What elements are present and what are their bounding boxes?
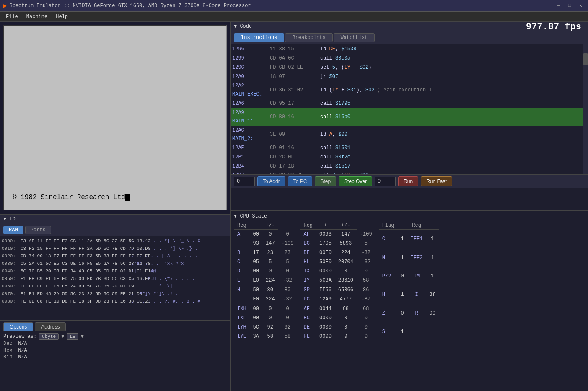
menubar: File Machine Help bbox=[0, 12, 588, 22]
pair-reg-row: HL50E020704-32 bbox=[300, 257, 375, 267]
options-button[interactable]: Options bbox=[3, 322, 33, 331]
alt-reg-row: DE'000000 bbox=[300, 323, 375, 332]
pair-reg-row: IY5C3A2361058 bbox=[300, 276, 375, 285]
preview-type-dropdown[interactable]: ubyte bbox=[39, 333, 59, 340]
pair-col-plusminus: +/- bbox=[335, 222, 357, 230]
minimize-button[interactable]: — bbox=[554, 2, 562, 9]
menu-machine[interactable]: Machine bbox=[22, 13, 52, 21]
main-reg-row: C0555 bbox=[234, 257, 297, 267]
to-pc-button[interactable]: To PC bbox=[288, 176, 313, 186]
right-panel: ▼ Code Instructions Breakpoints WatchLis… bbox=[231, 22, 588, 391]
flag-col-flag: Flag bbox=[379, 222, 398, 230]
code-row[interactable]: 12B7 FD CB 00 7E bit 7, (IY + $00) bbox=[231, 171, 588, 174]
io-row: 0040:5C 7C B5 20 03 FD 34 40 C5 D5 CD BF… bbox=[2, 267, 228, 275]
io-row: 0050:F1 FB C9 E1 6E FD 75 00 ED 7B 3D 5C… bbox=[2, 275, 228, 282]
code-row[interactable]: 1299 CD 0A 0C call $0c0a bbox=[231, 54, 588, 63]
io-tabs: RAM Ports bbox=[0, 224, 230, 236]
flag-row: Z0R00 bbox=[379, 304, 439, 322]
ix-reg-row: IXL0000 bbox=[234, 313, 297, 323]
io-bottom-buttons: Options Address bbox=[3, 322, 227, 331]
io-row: 0080:FE 0D C8 FE 10 D8 FE 18 3F D8 23 FE… bbox=[2, 298, 228, 305]
io-header: ▼ IO bbox=[0, 215, 230, 224]
left-panel: © 1982 Sinclair Research Ltd ▼ IO RAM Po… bbox=[0, 22, 231, 391]
close-button[interactable]: ✕ bbox=[577, 2, 585, 9]
menu-help[interactable]: Help bbox=[52, 13, 72, 21]
preview-values: Dec N/A Hex N/A Bin N/A bbox=[3, 341, 227, 360]
tab-ports[interactable]: Ports bbox=[25, 226, 51, 234]
code-row[interactable]: 12A2 MAIN_EXEC: FD 36 31 02 ld (IY + $31… bbox=[231, 81, 588, 99]
tab-ram[interactable]: RAM bbox=[3, 226, 23, 234]
menu-file[interactable]: File bbox=[2, 13, 22, 21]
addr-input[interactable] bbox=[234, 177, 255, 186]
tab-instructions[interactable]: Instructions bbox=[234, 33, 284, 42]
main-reg-row: B172323 bbox=[234, 248, 297, 257]
col-plus: + bbox=[250, 222, 262, 230]
flag-row: P/V0IM1 bbox=[379, 267, 439, 285]
code-row[interactable]: 1296 11 38 15 ld DE, $1538 bbox=[231, 44, 588, 54]
preview-endian-dropdown[interactable]: LE bbox=[67, 333, 78, 340]
io-bottom: Options Address Preview as: ubyte ▼ LE ▼… bbox=[0, 320, 230, 363]
main-reg-row: D0000 bbox=[234, 267, 297, 276]
alt-reg-row: AF'00446868 bbox=[300, 304, 375, 313]
sp-pc-row: PC12A94777-87 bbox=[300, 295, 375, 304]
io-panel: ▼ IO RAM Ports 0000:F3 AF 11 FF FF F3 CB… bbox=[0, 214, 230, 391]
step-button[interactable]: Step bbox=[315, 176, 336, 186]
main-reg-row: A0000 bbox=[234, 230, 297, 239]
run-fast-button[interactable]: Run Fast bbox=[421, 176, 452, 186]
flags-table: Flag Reg C1IFF11N1IFF21P/V0IM1H1I3fZ0R00… bbox=[379, 222, 439, 341]
tab-breakpoints[interactable]: Breakpoints bbox=[285, 33, 332, 42]
main-layout: © 1982 Sinclair Research Ltd ▼ IO RAM Po… bbox=[0, 22, 588, 391]
code-row[interactable]: 12AC MAIN_2: 3E 00 ld A, $00 bbox=[231, 126, 588, 143]
window-title: Spectrum Emulator :: NVIDIA GeForce GTX … bbox=[9, 3, 554, 9]
run-count-input[interactable] bbox=[375, 177, 396, 186]
screen-text: © 1982 Sinclair Research Ltd bbox=[13, 194, 130, 201]
address-button[interactable]: Address bbox=[35, 322, 66, 331]
alt-reg-row: BC'000000 bbox=[300, 313, 375, 323]
alt-reg-row: HL'000000 bbox=[300, 332, 375, 341]
to-addr-button[interactable]: To Addr bbox=[257, 176, 285, 186]
cpu-tables: Reg + +/- A0000F93147-109B172323C0555D00… bbox=[234, 222, 585, 341]
main-regs-table: Reg + +/- A0000F93147-109B172323C0555D00… bbox=[234, 222, 297, 341]
main-reg-row: F93147-109 bbox=[234, 239, 297, 248]
col-reg: Reg bbox=[234, 222, 250, 230]
flag-row: H1I3f bbox=[379, 285, 439, 304]
code-row[interactable]: 12B4 CD 17 1B call $1b17 bbox=[231, 162, 588, 171]
io-row: 0010:C3 F2 15 FF FF FF FF FF 2A 5D 5C 7E… bbox=[2, 245, 228, 252]
code-list: 1296 11 38 15 ld DE, $1538 1299 CD 0A 0C… bbox=[231, 44, 588, 174]
code-row[interactable]: 12B1 CD 2C 0F call $0f2c bbox=[231, 153, 588, 162]
pair-reg-row: DE00E0224-32 bbox=[300, 248, 375, 257]
preview-label: Preview as: bbox=[3, 334, 36, 339]
flag-row: S1 bbox=[379, 323, 439, 341]
code-row[interactable]: 12A0 18 07 jr $07 bbox=[231, 72, 588, 81]
main-reg-row: LE0224-32 bbox=[234, 295, 297, 304]
maximize-button[interactable]: □ bbox=[566, 2, 574, 9]
io-content: 0000:F3 AF 11 FF FF F3 CB 11 2A 5D 5C 22… bbox=[0, 236, 230, 320]
fps-display: 977.87 fps bbox=[526, 22, 581, 32]
cursor bbox=[125, 194, 130, 201]
flag-col-val bbox=[398, 222, 407, 230]
pair-reg-row: BC170558935 bbox=[300, 239, 375, 248]
code-row[interactable]: 129C FD CB 02 EE set 5, (IY + $02) bbox=[231, 63, 588, 72]
code-row[interactable]: 12A9 MAIN_1: CD B0 16 call $16b0 bbox=[231, 108, 588, 126]
pair-regs-table: Reg + +/- AF0093147-109BC170558935DE00E0… bbox=[300, 222, 375, 341]
main-reg-row: EE0224-32 bbox=[234, 276, 297, 285]
pair-col-plus: + bbox=[316, 222, 335, 230]
ix-reg-row: IYH5C9292 bbox=[234, 323, 297, 332]
app-icon: ▶ bbox=[3, 2, 7, 9]
step-over-button[interactable]: Step Over bbox=[339, 176, 372, 186]
io-row: 0070:E1 F1 ED 45 2A 5D 5C 23 22 5D 5C C9… bbox=[2, 290, 228, 298]
pair-col-reg: Reg bbox=[300, 222, 316, 230]
ix-reg-row: IXH0000 bbox=[234, 304, 297, 313]
code-row[interactable]: 12A6 CD 95 17 call $1795 bbox=[231, 99, 588, 108]
cpu-panel: ▼ CPU State Reg + +/- A0000F93147-109B17… bbox=[231, 211, 588, 391]
preview-row: Preview as: ubyte ▼ LE ▼ bbox=[3, 333, 227, 340]
flag-col-reg-val bbox=[426, 222, 439, 230]
tab-watchlist[interactable]: WatchList bbox=[334, 33, 375, 42]
code-row[interactable]: 12AE CD 01 16 call $1601 bbox=[231, 143, 588, 153]
run-button[interactable]: Run bbox=[398, 176, 418, 186]
main-reg-row: H508080 bbox=[234, 285, 297, 294]
window-controls: — □ ✕ bbox=[554, 2, 585, 9]
col-plusminus: +/- bbox=[262, 222, 278, 230]
io-row: 0020:CD 74 00 18 F7 FF FF FF F3 5B 33 FF… bbox=[2, 252, 228, 260]
emulator-screen: © 1982 Sinclair Research Ltd bbox=[3, 25, 227, 210]
